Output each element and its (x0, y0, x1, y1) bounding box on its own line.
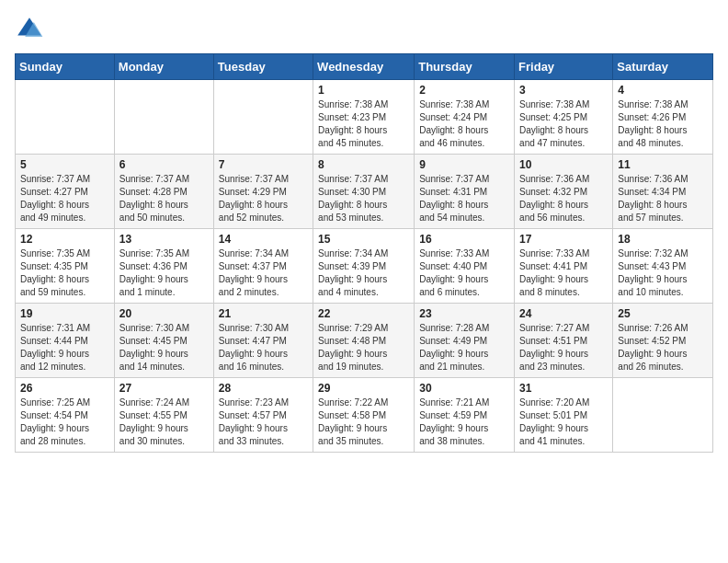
day-number: 30 (419, 382, 509, 395)
day-number: 25 (618, 307, 708, 320)
weekday-header-wednesday: Wednesday (313, 54, 415, 80)
day-number: 16 (419, 233, 509, 246)
day-info: Sunrise: 7:36 AM Sunset: 4:32 PM Dayligh… (519, 173, 608, 224)
day-number: 27 (119, 382, 209, 395)
day-number: 26 (20, 382, 109, 395)
day-info: Sunrise: 7:35 AM Sunset: 4:35 PM Dayligh… (20, 247, 109, 299)
day-number: 1 (318, 84, 409, 97)
day-info: Sunrise: 7:37 AM Sunset: 4:31 PM Dayligh… (419, 173, 509, 224)
week-row-1: 1Sunrise: 7:38 AM Sunset: 4:23 PM Daylig… (16, 80, 713, 155)
calendar-cell: 25Sunrise: 7:26 AM Sunset: 4:52 PM Dayli… (613, 304, 713, 378)
day-info: Sunrise: 7:35 AM Sunset: 4:36 PM Dayligh… (119, 247, 209, 299)
day-number: 11 (618, 158, 708, 171)
day-number: 31 (519, 382, 608, 395)
week-row-4: 19Sunrise: 7:31 AM Sunset: 4:44 PM Dayli… (16, 304, 713, 378)
calendar-cell: 11Sunrise: 7:36 AM Sunset: 4:34 PM Dayli… (613, 155, 713, 229)
day-number: 19 (20, 307, 109, 320)
calendar-cell: 21Sunrise: 7:30 AM Sunset: 4:47 PM Dayli… (213, 304, 313, 378)
calendar-cell: 20Sunrise: 7:30 AM Sunset: 4:45 PM Dayli… (114, 304, 213, 378)
day-number: 7 (219, 158, 308, 171)
day-info: Sunrise: 7:38 AM Sunset: 4:24 PM Dayligh… (419, 98, 509, 150)
calendar-cell (114, 80, 213, 155)
day-info: Sunrise: 7:33 AM Sunset: 4:40 PM Dayligh… (419, 247, 509, 299)
calendar-cell: 10Sunrise: 7:36 AM Sunset: 4:32 PM Dayli… (515, 155, 613, 229)
day-number: 21 (219, 307, 308, 320)
calendar-cell (613, 378, 713, 453)
day-number: 6 (119, 158, 209, 171)
calendar-cell: 29Sunrise: 7:22 AM Sunset: 4:58 PM Dayli… (313, 378, 415, 453)
calendar-cell: 16Sunrise: 7:33 AM Sunset: 4:40 PM Dayli… (415, 229, 515, 304)
day-info: Sunrise: 7:27 AM Sunset: 4:51 PM Dayligh… (519, 322, 608, 373)
weekday-header-friday: Friday (515, 54, 613, 80)
day-info: Sunrise: 7:29 AM Sunset: 4:48 PM Dayligh… (318, 322, 409, 373)
day-info: Sunrise: 7:21 AM Sunset: 4:59 PM Dayligh… (419, 396, 509, 448)
day-number: 18 (618, 233, 708, 246)
day-number: 17 (519, 233, 608, 246)
day-number: 4 (618, 84, 708, 97)
calendar-cell: 8Sunrise: 7:37 AM Sunset: 4:30 PM Daylig… (313, 155, 415, 229)
day-info: Sunrise: 7:37 AM Sunset: 4:28 PM Dayligh… (119, 173, 209, 224)
calendar-cell: 1Sunrise: 7:38 AM Sunset: 4:23 PM Daylig… (313, 80, 415, 155)
day-info: Sunrise: 7:37 AM Sunset: 4:27 PM Dayligh… (20, 173, 109, 224)
day-number: 13 (119, 233, 209, 246)
weekday-header-thursday: Thursday (415, 54, 515, 80)
day-number: 23 (419, 307, 509, 320)
day-info: Sunrise: 7:30 AM Sunset: 4:47 PM Dayligh… (219, 322, 308, 373)
day-info: Sunrise: 7:32 AM Sunset: 4:43 PM Dayligh… (618, 247, 708, 299)
calendar-cell: 5Sunrise: 7:37 AM Sunset: 4:27 PM Daylig… (16, 155, 115, 229)
calendar-cell: 6Sunrise: 7:37 AM Sunset: 4:28 PM Daylig… (114, 155, 213, 229)
day-number: 24 (519, 307, 608, 320)
day-info: Sunrise: 7:26 AM Sunset: 4:52 PM Dayligh… (618, 322, 708, 373)
calendar-cell: 26Sunrise: 7:25 AM Sunset: 4:54 PM Dayli… (16, 378, 115, 453)
day-info: Sunrise: 7:34 AM Sunset: 4:39 PM Dayligh… (318, 247, 409, 299)
week-row-3: 12Sunrise: 7:35 AM Sunset: 4:35 PM Dayli… (16, 229, 713, 304)
day-info: Sunrise: 7:28 AM Sunset: 4:49 PM Dayligh… (419, 322, 509, 373)
calendar-cell: 4Sunrise: 7:38 AM Sunset: 4:26 PM Daylig… (613, 80, 713, 155)
day-info: Sunrise: 7:22 AM Sunset: 4:58 PM Dayligh… (318, 396, 409, 448)
day-info: Sunrise: 7:34 AM Sunset: 4:37 PM Dayligh… (219, 247, 308, 299)
calendar-cell: 2Sunrise: 7:38 AM Sunset: 4:24 PM Daylig… (415, 80, 515, 155)
day-info: Sunrise: 7:36 AM Sunset: 4:34 PM Dayligh… (618, 173, 708, 224)
calendar-cell: 18Sunrise: 7:32 AM Sunset: 4:43 PM Dayli… (613, 229, 713, 304)
weekday-header-tuesday: Tuesday (213, 54, 313, 80)
day-info: Sunrise: 7:38 AM Sunset: 4:26 PM Dayligh… (618, 98, 708, 150)
day-info: Sunrise: 7:20 AM Sunset: 5:01 PM Dayligh… (519, 396, 608, 448)
day-info: Sunrise: 7:37 AM Sunset: 4:30 PM Dayligh… (318, 173, 409, 224)
day-info: Sunrise: 7:24 AM Sunset: 4:55 PM Dayligh… (119, 396, 209, 448)
weekday-header-saturday: Saturday (613, 54, 713, 80)
day-info: Sunrise: 7:23 AM Sunset: 4:57 PM Dayligh… (219, 396, 308, 448)
weekday-header-sunday: Sunday (16, 54, 115, 80)
calendar-cell: 30Sunrise: 7:21 AM Sunset: 4:59 PM Dayli… (415, 378, 515, 453)
weekday-header-monday: Monday (114, 54, 213, 80)
day-info: Sunrise: 7:31 AM Sunset: 4:44 PM Dayligh… (20, 322, 109, 373)
day-info: Sunrise: 7:37 AM Sunset: 4:29 PM Dayligh… (219, 173, 308, 224)
calendar-cell: 24Sunrise: 7:27 AM Sunset: 4:51 PM Dayli… (515, 304, 613, 378)
day-info: Sunrise: 7:25 AM Sunset: 4:54 PM Dayligh… (20, 396, 109, 448)
day-number: 12 (20, 233, 109, 246)
week-row-2: 5Sunrise: 7:37 AM Sunset: 4:27 PM Daylig… (16, 155, 713, 229)
calendar-cell: 15Sunrise: 7:34 AM Sunset: 4:39 PM Dayli… (313, 229, 415, 304)
week-row-5: 26Sunrise: 7:25 AM Sunset: 4:54 PM Dayli… (16, 378, 713, 453)
page-header (15, 15, 713, 44)
logo-icon (15, 15, 44, 44)
calendar-cell: 12Sunrise: 7:35 AM Sunset: 4:35 PM Dayli… (16, 229, 115, 304)
calendar-cell: 19Sunrise: 7:31 AM Sunset: 4:44 PM Dayli… (16, 304, 115, 378)
calendar-cell (16, 80, 115, 155)
day-number: 9 (419, 158, 509, 171)
day-number: 22 (318, 307, 409, 320)
calendar-cell: 31Sunrise: 7:20 AM Sunset: 5:01 PM Dayli… (515, 378, 613, 453)
calendar-cell: 7Sunrise: 7:37 AM Sunset: 4:29 PM Daylig… (213, 155, 313, 229)
day-number: 8 (318, 158, 409, 171)
calendar-cell: 28Sunrise: 7:23 AM Sunset: 4:57 PM Dayli… (213, 378, 313, 453)
day-number: 28 (219, 382, 308, 395)
day-info: Sunrise: 7:38 AM Sunset: 4:23 PM Dayligh… (318, 98, 409, 150)
calendar-cell: 23Sunrise: 7:28 AM Sunset: 4:49 PM Dayli… (415, 304, 515, 378)
calendar-cell: 27Sunrise: 7:24 AM Sunset: 4:55 PM Dayli… (114, 378, 213, 453)
day-info: Sunrise: 7:30 AM Sunset: 4:45 PM Dayligh… (119, 322, 209, 373)
day-number: 29 (318, 382, 409, 395)
day-number: 10 (519, 158, 608, 171)
day-info: Sunrise: 7:38 AM Sunset: 4:25 PM Dayligh… (519, 98, 608, 150)
day-number: 3 (519, 84, 608, 97)
weekday-header-row: SundayMondayTuesdayWednesdayThursdayFrid… (16, 54, 713, 80)
calendar-cell: 14Sunrise: 7:34 AM Sunset: 4:37 PM Dayli… (213, 229, 313, 304)
